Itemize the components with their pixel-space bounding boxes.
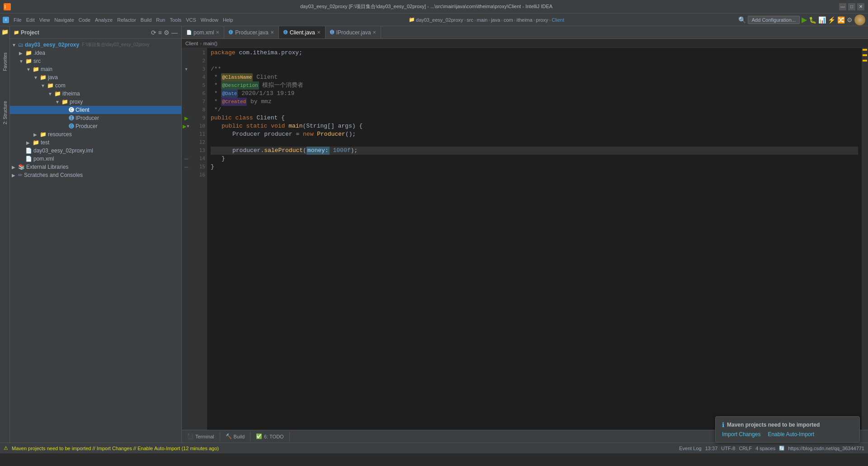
nav-breadcrumb-client[interactable]: Client (552, 17, 564, 23)
sidebar-item-pom[interactable]: 📄 pom.xml (10, 155, 181, 163)
sidebar-item-scratches[interactable]: ▶ ✏ Scratches and Consoles (10, 171, 181, 179)
tab-client-java[interactable]: 🅒 Client.java ✕ (279, 26, 326, 38)
nav-breadcrumb-com[interactable]: com (504, 17, 513, 23)
status-indent[interactable]: 4 spaces (755, 446, 775, 451)
menu-edit[interactable]: Edit (24, 16, 37, 24)
producer-tab-icon: 🅒 (229, 30, 233, 35)
enable-auto-import-link[interactable]: Enable Auto-Import (768, 431, 814, 437)
path-client[interactable]: Client (185, 41, 198, 46)
tab-iproducer-java[interactable]: 🅘 IProducer.java ✕ (326, 26, 382, 38)
sidebar-close-button[interactable]: — (171, 29, 178, 36)
nav-breadcrumb-main[interactable]: main (477, 17, 488, 23)
status-right: Event Log 13:37 UTF-8 CRLF 4 spaces 🔄 ht… (679, 446, 864, 451)
run-button[interactable]: ▶ (802, 15, 807, 24)
project-tool-icon[interactable]: 📁 (1, 28, 9, 35)
tab-terminal[interactable]: ⬛ Terminal (182, 432, 220, 441)
sidebar-item-src[interactable]: ▼ 📁 src (10, 57, 181, 65)
nav-breadcrumb-project[interactable]: day03_eesy_02proxy (416, 17, 463, 23)
sidebar-item-resources[interactable]: ▶ 📁 resources (10, 130, 181, 138)
nav-project-icon[interactable]: 📁 (409, 17, 415, 23)
import-changes-link[interactable]: Import Changes (722, 431, 760, 437)
git-button[interactable]: 🔀 (837, 16, 845, 24)
tab-todo[interactable]: ✅ 6: TODO (250, 432, 290, 441)
code-line-15: } (211, 163, 858, 171)
tree-arrow-test: ▶ (26, 140, 33, 145)
fold-icon-3[interactable]: ▼ (184, 67, 189, 71)
search-everywhere-icon[interactable]: 🔍 (738, 16, 746, 24)
sidebar-collapse-button[interactable]: ≡ (158, 29, 162, 36)
tab-producer-close[interactable]: ✕ (270, 30, 274, 35)
minimize-button[interactable]: — (839, 3, 846, 10)
nav-breadcrumb-itheima[interactable]: itheima (516, 17, 532, 23)
sidebar-action-buttons: ⟳ ≡ ⚙ — (151, 29, 178, 36)
debug-button[interactable]: 🐛 (809, 16, 816, 24)
status-encoding[interactable]: UTF-8 (721, 446, 735, 451)
editor-tabs: 📄 pom.xml ✕ 🅒 Producer.java ✕ 🅒 Client.j… (182, 26, 868, 39)
sidebar-item-proxy[interactable]: ▼ 📁 proxy (10, 98, 181, 106)
settings-icon[interactable]: ⚙ (847, 16, 853, 24)
tab-iproducer-close[interactable]: ✕ (373, 30, 376, 35)
tree-arrow-idea: ▶ (19, 51, 25, 56)
sidebar-item-test[interactable]: ▶ 📁 test (10, 138, 181, 147)
favorites-tool-icon[interactable]: Favorites (0, 48, 9, 75)
coverage-button[interactable]: 📊 (818, 16, 826, 24)
sidebar-item-iml[interactable]: 📄 day03_eesy_02proxy.iml (10, 147, 181, 155)
blog-link[interactable]: https://blog.csdn.net/qq_36344771 (788, 446, 864, 451)
menu-run[interactable]: Run (154, 16, 167, 24)
fold-icon-14[interactable]: — (184, 157, 189, 161)
sidebar-item-idea[interactable]: ▶ 📁 .idea (10, 49, 181, 57)
status-event-log[interactable]: Event Log (679, 446, 702, 451)
nav-breadcrumb-java[interactable]: java (491, 17, 500, 23)
nav-breadcrumb-src[interactable]: src (467, 17, 473, 23)
menu-help[interactable]: Help (221, 16, 235, 24)
sidebar-item-com[interactable]: ▼ 📁 com (10, 81, 181, 90)
structure-tool-icon[interactable]: 2: Structure (0, 97, 9, 128)
tab-producer-java[interactable]: 🅒 Producer.java ✕ (224, 26, 278, 38)
profile-button[interactable]: ⚡ (828, 16, 835, 24)
menu-view[interactable]: View (38, 16, 52, 24)
sidebar-item-itheima[interactable]: ▼ 📁 itheima (10, 90, 181, 98)
tab-pom-xml[interactable]: 📄 pom.xml ✕ (182, 26, 224, 38)
tab-build[interactable]: 🔨 Build (220, 432, 250, 441)
sidebar-item-java[interactable]: ▼ 📁 java (10, 73, 181, 81)
right-scroll-markers[interactable] (862, 48, 868, 430)
run-icon-10[interactable]: ▶ (183, 124, 186, 129)
menu-code[interactable]: Code (77, 16, 92, 24)
menu-vcs[interactable]: VCS (184, 16, 198, 24)
status-line-sep[interactable]: CRLF (739, 446, 752, 451)
sidebar-item-root[interactable]: ▼ 🗂 day03_eesy_02proxy F:\项目集合\day03_ees… (10, 41, 181, 49)
sidebar-sync-button[interactable]: ⟳ (151, 29, 156, 36)
menu-navigate[interactable]: Navigate (52, 16, 75, 24)
gutter-10: ▶ ▼ (182, 122, 191, 130)
tab-pom-close[interactable]: ✕ (216, 30, 219, 35)
window-title: day03_eesy_02proxy [F:\项目集合\day03_eesy_0… (14, 3, 839, 10)
maven-notification-title: Maven projects need to be imported (727, 422, 820, 428)
run-icon-9[interactable]: ▶ (184, 115, 188, 121)
sidebar-settings-button[interactable]: ⚙ (164, 29, 170, 36)
sidebar-item-producer[interactable]: 🅒 Producer (10, 122, 181, 130)
tab-client-close[interactable]: ✕ (317, 30, 321, 35)
menu-window[interactable]: Window (199, 16, 220, 24)
project-folder-icon: 🗂 (18, 42, 24, 48)
menu-build[interactable]: Build (139, 16, 153, 24)
code-editor[interactable]: ▼ ▶ ▶ ▼ — (182, 48, 868, 430)
sidebar-item-client[interactable]: 🅒 Client (10, 106, 181, 114)
close-button[interactable]: ✕ (857, 3, 864, 10)
user-avatar[interactable] (854, 14, 865, 25)
sidebar-item-external-libs[interactable]: ▶ 📚 External Libraries (10, 163, 181, 171)
menu-tools[interactable]: Tools (168, 16, 183, 24)
gutter-13 (182, 147, 191, 155)
maximize-button[interactable]: □ (848, 3, 855, 10)
menu-analyze[interactable]: Analyze (93, 16, 114, 24)
status-position: 13:37 (705, 446, 718, 451)
fold-icon-15[interactable]: — (184, 165, 189, 169)
menu-refactor[interactable]: Refactor (115, 16, 138, 24)
nav-breadcrumb-proxy[interactable]: proxy (536, 17, 548, 23)
sidebar-item-main[interactable]: ▼ 📁 main (10, 65, 181, 73)
sidebar-item-iproducer[interactable]: 🅘 IProducer (10, 114, 181, 122)
path-main[interactable]: main() (203, 41, 217, 46)
menu-file[interactable]: File (12, 16, 24, 24)
add-configuration-button[interactable]: Add Configuration... (748, 16, 800, 24)
fold-icon-10[interactable]: ▼ (186, 124, 190, 128)
code-content[interactable]: package com.itheima.proxy; /** * @ClassN… (207, 48, 862, 430)
